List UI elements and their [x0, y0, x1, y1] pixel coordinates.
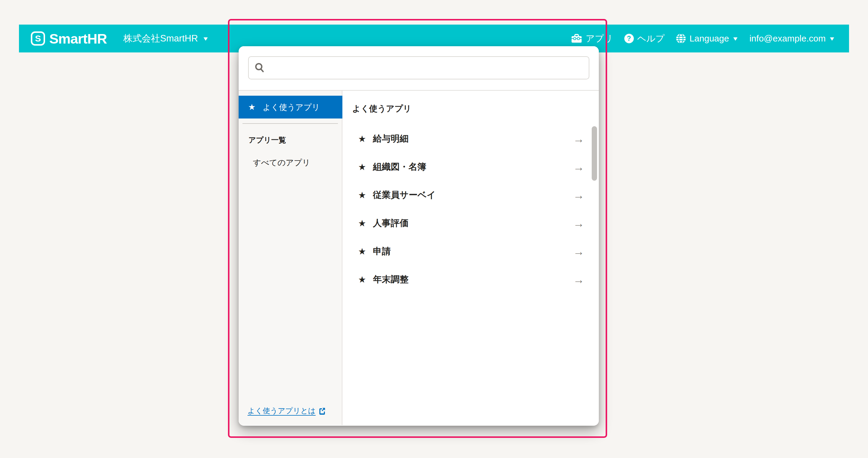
app-list-item[interactable]: ★ 年末調整 → [342, 265, 599, 294]
language-label: Language [689, 33, 729, 43]
app-name: 申請 [373, 245, 391, 257]
arrow-right-icon: → [573, 274, 584, 285]
chevron-down-icon: ▼ [732, 36, 739, 41]
app-list-item[interactable]: ★ 組織図・名簿 → [342, 153, 599, 181]
language-menu-button[interactable]: Language ▼ [676, 33, 738, 43]
scrollbar-thumb[interactable] [592, 126, 597, 181]
apps-menu-label: アプリ [586, 33, 613, 45]
content-heading: よく使うアプリ [352, 103, 411, 115]
sidebar-divider [243, 123, 338, 124]
app-name: 人事評価 [373, 217, 408, 229]
account-menu-button[interactable]: info@example.com ▼ [749, 33, 835, 43]
launcher-content: よく使うアプリ ★ 給与明細 → ★ 組織図・名簿 → ★ 従業員サーベイ → [342, 91, 599, 425]
sidebar-section-heading: アプリ一覧 [248, 135, 286, 145]
arrow-right-icon: → [573, 190, 584, 201]
smarthr-brand: S SmartHR [31, 31, 107, 47]
toolbox-icon [571, 33, 582, 43]
app-list-item[interactable]: ★ 人事評価 → [342, 209, 599, 237]
launcher-search-section [239, 46, 599, 91]
company-name: 株式会社SmartHR [123, 32, 198, 45]
app-name: 給与明細 [373, 133, 408, 145]
favorites-about-link-label: よく使うアプリとは [248, 406, 316, 416]
sidebar-item-all-apps[interactable]: すべてのアプリ [253, 157, 310, 168]
arrow-right-icon: → [573, 246, 584, 257]
smarthr-logo-icon: S [31, 31, 45, 45]
help-button[interactable]: ? ヘルプ [624, 33, 664, 45]
star-icon: ★ [358, 191, 366, 200]
smarthr-logo-text: SmartHR [49, 31, 107, 47]
favorites-about-link[interactable]: よく使うアプリとは [248, 406, 326, 416]
arrow-right-icon: → [573, 161, 584, 173]
app-name: 組織図・名簿 [373, 161, 426, 173]
arrow-right-icon: → [573, 133, 584, 144]
help-label: ヘルプ [638, 33, 664, 45]
search-box [248, 56, 589, 79]
account-email: info@example.com [749, 33, 826, 43]
search-input[interactable] [270, 57, 589, 79]
star-icon: ★ [248, 103, 255, 111]
sidebar-favorites-label: よく使うアプリ [262, 102, 320, 112]
help-icon: ? [624, 34, 634, 43]
apps-menu-button[interactable]: アプリ [571, 33, 613, 45]
star-icon: ★ [358, 247, 366, 256]
launcher-body: ★ よく使うアプリ アプリ一覧 すべてのアプリ よく使うアプリとは よく使うアプ… [239, 91, 599, 425]
globe-icon [676, 33, 686, 43]
app-list-item[interactable]: ★ 申請 → [342, 237, 599, 265]
arrow-right-icon: → [573, 218, 584, 229]
app-name: 年末調整 [373, 273, 408, 286]
search-icon [255, 63, 265, 73]
company-menu-button[interactable]: 株式会社SmartHR ▼ [123, 32, 208, 45]
app-launcher-panel: ★ よく使うアプリ アプリ一覧 すべてのアプリ よく使うアプリとは よく使うアプ… [239, 46, 599, 426]
star-icon: ★ [358, 219, 366, 228]
external-link-icon [318, 407, 326, 415]
star-icon: ★ [358, 134, 366, 143]
chevron-down-icon: ▼ [829, 36, 836, 41]
app-name: 従業員サーベイ [373, 189, 436, 201]
star-icon: ★ [358, 275, 366, 284]
chevron-down-icon: ▼ [202, 36, 209, 41]
app-list-item[interactable]: ★ 給与明細 → [342, 125, 599, 153]
header-nav: アプリ ? ヘルプ Language ▼ in [571, 33, 835, 45]
launcher-sidebar: ★ よく使うアプリ アプリ一覧 すべてのアプリ よく使うアプリとは [239, 91, 342, 425]
sidebar-item-favorites[interactable]: ★ よく使うアプリ [239, 96, 342, 119]
star-icon: ★ [358, 163, 366, 171]
favorite-apps-list: ★ 給与明細 → ★ 組織図・名簿 → ★ 従業員サーベイ → ★ 人事評価 [342, 125, 599, 294]
app-list-item[interactable]: ★ 従業員サーベイ → [342, 181, 599, 209]
